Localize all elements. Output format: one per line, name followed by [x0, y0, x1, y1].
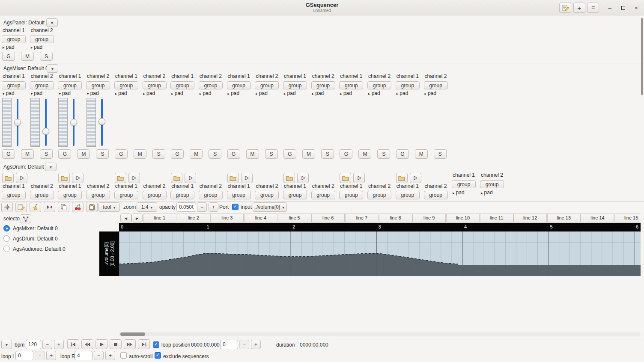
slider-handle[interactable]	[42, 128, 49, 135]
m-button[interactable]: M	[246, 149, 259, 159]
slider-handle[interactable]	[70, 119, 77, 126]
add-machine-button[interactable]: +	[573, 3, 585, 13]
slider-handle[interactable]	[14, 119, 21, 126]
play-button[interactable]	[128, 173, 140, 183]
line-tab[interactable]: line 3	[210, 214, 244, 223]
m-button[interactable]: M	[21, 52, 34, 61]
machine-radio-option[interactable]: AgsMixer: Default 0	[3, 224, 97, 233]
pad-expander[interactable]: ▸pad	[228, 90, 240, 96]
pad-expander[interactable]: ▸pad	[453, 190, 465, 196]
position-tool-button[interactable]	[1, 202, 13, 212]
open-button[interactable]	[227, 173, 239, 183]
port-input-checkbox[interactable]	[232, 204, 239, 210]
line-tab[interactable]: line 7	[345, 214, 379, 223]
group-button[interactable]: group	[2, 191, 26, 199]
m-button[interactable]: M	[134, 149, 146, 159]
volume-slider[interactable]	[98, 99, 105, 146]
loop-l-plus-button[interactable]: +	[46, 351, 56, 360]
play-button[interactable]	[297, 173, 309, 183]
cut-button[interactable]	[72, 202, 83, 212]
line-tab[interactable]: line 1	[143, 214, 176, 223]
group-button[interactable]: group	[30, 81, 54, 89]
pad-expander[interactable]: ▸pad	[143, 90, 155, 96]
group-button[interactable]: group	[396, 81, 420, 89]
navigation-expander-button[interactable]: ▾	[1, 340, 12, 349]
pad-expander[interactable]: ▸pad	[397, 90, 408, 96]
s-button[interactable]: S	[40, 149, 53, 159]
vertical-scrollbar[interactable]	[641, 18, 643, 95]
open-button[interactable]	[58, 173, 70, 183]
m-button[interactable]: M	[21, 149, 34, 159]
m-button[interactable]: M	[302, 149, 315, 159]
play-button[interactable]	[185, 173, 196, 183]
g-button[interactable]: G	[115, 149, 128, 159]
loop-l-input[interactable]	[15, 351, 33, 360]
play-button[interactable]	[353, 173, 365, 183]
pad-expander[interactable]: ▸pad	[171, 90, 183, 96]
clear-tool-button[interactable]	[30, 202, 41, 212]
line-tab[interactable]: line 4	[244, 214, 277, 223]
line-tab[interactable]: line 13	[547, 214, 581, 223]
pad-expander[interactable]: ▸pad	[481, 190, 493, 196]
group-button[interactable]: group	[170, 191, 194, 199]
exclude-sequencers-checkbox[interactable]	[155, 352, 161, 359]
group-button[interactable]: group	[2, 81, 26, 89]
port-dropdown[interactable]: ./volume[0]▾	[253, 202, 287, 212]
pad-expander[interactable]: ▾pad	[59, 90, 71, 96]
pad-expander[interactable]: ▸pad	[115, 90, 127, 96]
group-button[interactable]: group	[367, 191, 391, 199]
m-button[interactable]: M	[190, 149, 203, 159]
pad-expander[interactable]: ▸pad	[284, 90, 296, 96]
play-button[interactable]	[95, 339, 107, 349]
group-button[interactable]: group	[30, 35, 54, 43]
pad-expander[interactable]: ▸pad	[31, 44, 43, 50]
line-tab[interactable]: line 14	[581, 214, 614, 223]
goto-start-button[interactable]	[67, 339, 79, 349]
loop-r-plus-button[interactable]: +	[105, 351, 115, 360]
slider-handle[interactable]	[98, 118, 105, 125]
play-button[interactable]	[410, 173, 421, 183]
open-button[interactable]	[396, 173, 408, 183]
group-button[interactable]: group	[58, 81, 82, 89]
g-button[interactable]: G	[2, 52, 15, 61]
paste-button[interactable]	[86, 202, 98, 212]
opacity-plus-button[interactable]: +	[209, 202, 218, 212]
pad-expander[interactable]: ▸pad	[340, 90, 352, 96]
panel-machine-menu[interactable]: ▾	[46, 18, 58, 27]
group-button[interactable]: group	[283, 191, 307, 199]
line-tab[interactable]: line 6	[311, 214, 345, 223]
bpm-plus-button[interactable]: +	[54, 340, 64, 349]
machine-radio-option[interactable]: AgsAudiorec: Default 0	[3, 245, 97, 253]
group-button[interactable]: group	[339, 191, 363, 199]
group-button[interactable]: group	[424, 191, 448, 199]
group-button[interactable]: group	[143, 191, 167, 199]
s-button[interactable]: S	[152, 149, 165, 159]
horizontal-scrollbar[interactable]	[119, 332, 641, 336]
group-button[interactable]: group	[311, 191, 335, 199]
line-tab[interactable]: line 12	[513, 214, 547, 223]
s-button[interactable]: S	[265, 149, 278, 159]
rewind-button[interactable]	[81, 339, 93, 349]
position-spin-input[interactable]	[220, 340, 238, 349]
pad-expander[interactable]: ▸pad	[312, 90, 324, 96]
lines-scroll-left-button[interactable]: ◂	[120, 214, 131, 223]
stop-button[interactable]	[110, 339, 122, 349]
edit-notation-button[interactable]	[559, 3, 571, 13]
opacity-input[interactable]	[176, 202, 196, 212]
mixer-machine-menu[interactable]: ▾	[47, 64, 58, 73]
open-button[interactable]	[2, 173, 14, 183]
menu-button[interactable]: ≡	[587, 3, 599, 13]
position-plus-button[interactable]: +	[251, 340, 261, 349]
s-button[interactable]: S	[321, 149, 334, 159]
g-button[interactable]: G	[396, 149, 409, 159]
loop-r-minus-button[interactable]: −	[94, 351, 104, 360]
position-minus-button[interactable]: −	[239, 340, 249, 349]
pad-expander[interactable]: ▾pad	[3, 90, 15, 96]
m-button[interactable]: M	[77, 149, 90, 159]
group-button[interactable]: group	[311, 81, 335, 89]
radio-icon[interactable]	[3, 225, 10, 231]
group-button[interactable]: group	[227, 191, 251, 199]
open-button[interactable]	[340, 173, 351, 183]
line-tab[interactable]: line 11	[480, 214, 513, 223]
s-button[interactable]: S	[209, 149, 221, 159]
